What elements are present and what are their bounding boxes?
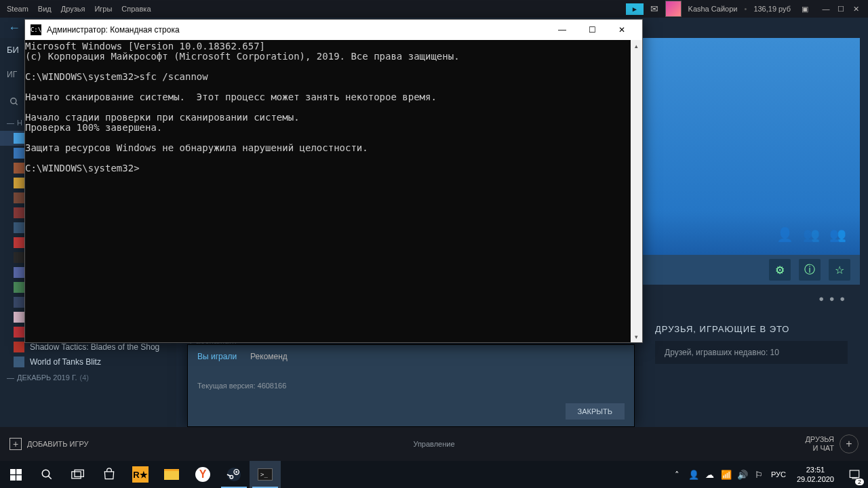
steam-maximize[interactable]: ☐ — [835, 3, 846, 14]
taskview-button[interactable] — [62, 461, 94, 488]
steam-close[interactable]: ✕ — [850, 3, 861, 14]
task-yandex[interactable]: Y — [187, 461, 218, 488]
cmd-scrollbar[interactable]: ▴ ▾ — [631, 40, 642, 342]
svg-point-10 — [227, 468, 241, 481]
favorite-button[interactable]: ☆ — [829, 259, 850, 281]
tray-language[interactable]: РУС — [767, 461, 790, 488]
task-store[interactable] — [94, 461, 125, 488]
cmd-minimize[interactable]: — — [547, 20, 577, 40]
svg-line-1 — [16, 103, 18, 105]
cmd-maximize[interactable]: ☐ — [577, 20, 607, 40]
inbox-icon[interactable]: ✉ — [650, 3, 658, 14]
plus-icon: + — [9, 438, 22, 450]
info-icon: ⓘ — [804, 263, 815, 277]
menu-steam[interactable]: Steam — [7, 5, 28, 13]
menu-view[interactable]: Вид — [38, 5, 52, 13]
start-button[interactable] — [0, 461, 31, 488]
manage-link[interactable]: Управление — [413, 440, 454, 448]
announce-icon[interactable]: ▣ — [802, 5, 808, 14]
cmd-title: Администратор: Командная строка — [47, 25, 547, 35]
popup-close-button[interactable]: ЗАКРЫТЬ — [566, 403, 625, 420]
tray-locale-icon[interactable]: ⚐ — [751, 461, 767, 488]
svg-rect-14 — [850, 470, 859, 478]
task-steam[interactable] — [218, 461, 250, 488]
tray-cloud-icon[interactable]: ☁ — [702, 461, 718, 488]
menu-help[interactable]: Справка — [121, 5, 151, 13]
friends-header: ДРУЗЬЯ, ИГРАЮЩИЕ В ЭТО — [655, 324, 848, 334]
svg-rect-5 — [16, 475, 22, 481]
tray-people-icon[interactable]: 👤 — [686, 461, 702, 488]
friends-chat-button[interactable]: ДРУЗЬЯИ ЧАТ + — [805, 434, 859, 453]
back-arrow-icon[interactable]: ← — [8, 21, 20, 35]
cmd-window: C:\ Администратор: Командная строка — ☐ … — [24, 19, 643, 343]
wallet-balance[interactable]: 136,19 руб — [753, 5, 791, 13]
svg-line-7 — [48, 476, 52, 479]
cmd-titlebar[interactable]: C:\ Администратор: Командная строка — ☐ … — [25, 20, 642, 40]
month-section-header[interactable]: — ДЕКАБРЬ 2019 Г. (4) — [0, 369, 176, 386]
avatar[interactable] — [665, 1, 682, 17]
svg-rect-2 — [10, 469, 16, 474]
add-game-button[interactable]: + ДОБАВИТЬ ИГРУ — [9, 438, 89, 450]
group-icon[interactable]: 👥 — [829, 226, 846, 243]
tray-chevron-up-icon[interactable]: ˄ — [669, 461, 686, 488]
star-icon: ☆ — [835, 264, 844, 277]
version-popup: Вы играли Рекоменд Текущая версия: 46081… — [187, 344, 635, 427]
tray-wifi-icon[interactable]: 📶 — [718, 461, 734, 488]
settings-button[interactable]: ⚙ — [769, 259, 791, 281]
search-button[interactable] — [31, 461, 62, 488]
username[interactable]: Kasha Сайори — [688, 5, 738, 13]
menu-friends[interactable]: Друзья — [61, 5, 85, 13]
task-cmd[interactable]: >_ — [250, 461, 281, 488]
popup-tab-recommend[interactable]: Рекоменд — [250, 352, 288, 361]
svg-point-12 — [235, 471, 237, 473]
cmd-output[interactable]: Microsoft Windows [Version 10.0.18362.65… — [25, 40, 631, 342]
tray-notifications[interactable]: 2 — [841, 461, 868, 488]
svg-rect-8 — [72, 472, 81, 479]
svg-point-0 — [11, 98, 16, 104]
steam-minimize[interactable]: — — [821, 3, 831, 14]
tray-volume-icon[interactable]: 🔊 — [734, 461, 751, 488]
svg-rect-3 — [16, 469, 22, 474]
task-explorer[interactable] — [156, 461, 187, 488]
gear-icon: ⚙ — [775, 264, 785, 277]
plus-circle-icon: + — [840, 434, 859, 453]
notif-badge: 2 — [855, 479, 864, 485]
windows-taskbar: R★ Y >_ ˄ 👤 ☁ 📶 🔊 ⚐ РУС 23:51 29.02.2020… — [0, 461, 868, 488]
friends-recent-count: Друзей, игравших недавно: 10 — [655, 341, 848, 364]
cmd-icon: C:\ — [31, 24, 41, 35]
svg-point-6 — [42, 470, 50, 477]
list-item[interactable]: World of Tanks Blitz — [0, 354, 176, 369]
tab-more[interactable]: ● ● ● — [818, 293, 846, 304]
multi-user-icon[interactable]: 👥 — [803, 226, 820, 243]
task-rockstar[interactable]: R★ — [125, 461, 156, 488]
scroll-up-icon[interactable]: ▴ — [631, 40, 642, 52]
info-button[interactable]: ⓘ — [799, 259, 821, 281]
cmd-close[interactable]: ✕ — [607, 20, 637, 40]
steam-bottom-bar: + ДОБАВИТЬ ИГРУ Управление ДРУЗЬЯИ ЧАТ + — [0, 427, 868, 461]
steam-top-menu: Steam Вид Друзья Игры Справка ▸ ✉ Kasha … — [0, 0, 868, 18]
single-user-icon[interactable]: 👤 — [776, 226, 793, 243]
scroll-down-icon[interactable]: ▾ — [631, 331, 642, 342]
popup-tab-played[interactable]: Вы играли — [197, 352, 237, 361]
broadcast-icon[interactable]: ▸ — [626, 3, 644, 15]
friends-playing-panel: ДРУЗЬЯ, ИГРАЮЩИЕ В ЭТО Друзей, игравших … — [643, 314, 860, 373]
svg-rect-9 — [75, 470, 83, 476]
tray-clock[interactable]: 23:51 29.02.2020 — [790, 465, 841, 485]
version-text: Текущая версия: 4608166 — [197, 382, 625, 390]
svg-rect-4 — [10, 475, 16, 481]
menu-games[interactable]: Игры — [94, 5, 112, 13]
